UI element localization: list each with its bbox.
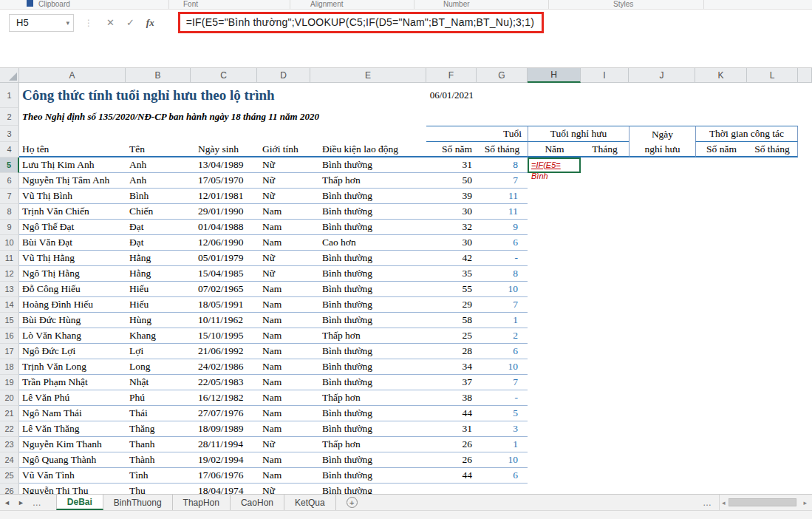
cell-B20[interactable]: Phú xyxy=(126,390,191,406)
cell-D7[interactable]: Nữ xyxy=(257,189,310,204)
cell-K11[interactable] xyxy=(695,251,747,266)
cell-F13[interactable]: 55 xyxy=(426,282,477,297)
cell-H19[interactable] xyxy=(528,375,581,390)
cell-A22[interactable]: Lê Văn Thăng xyxy=(19,421,126,437)
cell-K14[interactable] xyxy=(695,297,747,313)
cell-E16[interactable]: Thấp hơn xyxy=(310,328,426,344)
row-header-7[interactable]: 7 xyxy=(0,189,19,204)
row-header-21[interactable]: 21 xyxy=(0,406,19,421)
group-header-ngay[interactable]: Ngày xyxy=(629,126,695,142)
sheet-tab-debai[interactable]: DeBai xyxy=(56,495,103,510)
cell-I22[interactable] xyxy=(581,421,629,437)
cell-C8[interactable]: 29/01/1990 xyxy=(191,204,257,220)
cell-L8[interactable] xyxy=(747,204,798,220)
header-ho-ten[interactable]: Họ tên xyxy=(19,142,126,157)
cell-C21[interactable]: 27/07/1976 xyxy=(191,406,257,421)
empty-cells[interactable] xyxy=(19,126,426,142)
cell-B16[interactable]: Khang xyxy=(126,328,191,344)
group-header-thoi-gian-cong-tac[interactable]: Thời gian công tác xyxy=(695,126,798,142)
cell-B6[interactable]: Anh xyxy=(126,173,191,189)
cell-L21[interactable] xyxy=(747,406,798,421)
row-header-10[interactable]: 10 xyxy=(0,235,19,251)
cell-A7[interactable]: Vũ Thị Bình xyxy=(19,189,126,204)
cell-E10[interactable]: Cao hơn xyxy=(310,235,426,251)
cell-A6[interactable]: Nguyễn Thị Tâm Anh xyxy=(19,173,126,189)
cell-K10[interactable] xyxy=(695,235,747,251)
cell-B15[interactable]: Hùng xyxy=(126,313,191,328)
cell-K13[interactable] xyxy=(695,282,747,297)
cell-I15[interactable] xyxy=(581,313,629,328)
cell-J15[interactable] xyxy=(629,313,695,328)
formula-input[interactable]: =IF(E5="Bình thường";VLOOKUP(C5;IF(D5="N… xyxy=(160,10,812,35)
cell-J11[interactable] xyxy=(629,251,695,266)
cell-G17[interactable]: 6 xyxy=(477,344,528,359)
cell-D25[interactable]: Nam xyxy=(257,468,310,484)
cell-F6[interactable]: 50 xyxy=(426,173,477,189)
cell-D20[interactable]: Nam xyxy=(257,390,310,406)
cell-D6[interactable]: Nữ xyxy=(257,173,310,189)
row-header-5[interactable]: 5 xyxy=(0,157,19,173)
cell-F9[interactable]: 32 xyxy=(426,220,477,235)
cell-K8[interactable] xyxy=(695,204,747,220)
row-header-15[interactable]: 15 xyxy=(0,313,19,328)
cell-A23[interactable]: Nguyễn Kim Thanh xyxy=(19,437,126,452)
column-header-F[interactable]: F xyxy=(426,68,477,83)
cell-L20[interactable] xyxy=(747,390,798,406)
cell-C11[interactable]: 05/01/1979 xyxy=(191,251,257,266)
cell-K9[interactable] xyxy=(695,220,747,235)
cell-K16[interactable] xyxy=(695,328,747,344)
cell-D13[interactable]: Nam xyxy=(257,282,310,297)
tab-overflow-ellipsis[interactable]: … xyxy=(28,495,46,510)
cell-L7[interactable] xyxy=(747,189,798,204)
cell-A17[interactable]: Ngô Đức Lợi xyxy=(19,344,126,359)
group-header-tuoi-nghi-huu[interactable]: Tuổi nghỉ hưu xyxy=(528,126,629,142)
cell-E13[interactable]: Bình thường xyxy=(310,282,426,297)
cell-E26[interactable]: Bình thường xyxy=(310,484,426,494)
column-header-H[interactable]: H xyxy=(528,68,581,83)
cell-J13[interactable] xyxy=(629,282,695,297)
cell-C24[interactable]: 19/02/1994 xyxy=(191,452,257,468)
cell-F8[interactable]: 30 xyxy=(426,204,477,220)
cell-H23[interactable] xyxy=(528,437,581,452)
cell-J8[interactable] xyxy=(629,204,695,220)
cell-J10[interactable] xyxy=(629,235,695,251)
column-header-A[interactable]: A xyxy=(19,68,126,83)
cell-H18[interactable] xyxy=(528,359,581,375)
enter-icon[interactable]: ✓ xyxy=(126,17,134,28)
cell-E14[interactable]: Bình thường xyxy=(310,297,426,313)
cell-J19[interactable] xyxy=(629,375,695,390)
cell-K21[interactable] xyxy=(695,406,747,421)
cell-H20[interactable] xyxy=(528,390,581,406)
row-header-13[interactable]: 13 xyxy=(0,282,19,297)
row-header-26[interactable]: 26 xyxy=(0,484,19,494)
cell-G26[interactable] xyxy=(477,484,528,494)
formula-bar-expanded[interactable] xyxy=(0,35,812,68)
cell-K23[interactable] xyxy=(695,437,747,452)
cell-K7[interactable] xyxy=(695,189,747,204)
cell-J26[interactable] xyxy=(629,484,695,494)
cell-E15[interactable]: Bình thường xyxy=(310,313,426,328)
name-box-dropdown-icon[interactable]: ▾ xyxy=(66,19,73,27)
cell-C15[interactable]: 10/11/1962 xyxy=(191,313,257,328)
cell-J22[interactable] xyxy=(629,421,695,437)
cell-G19[interactable]: 7 xyxy=(477,375,528,390)
cell-D24[interactable]: Nam xyxy=(257,452,310,468)
cell-E12[interactable]: Bình thường xyxy=(310,266,426,282)
cell-A14[interactable]: Hoàng Đình Hiếu xyxy=(19,297,126,313)
tab-scroll-left-icon[interactable]: ◄ xyxy=(0,495,14,510)
cell-F23[interactable]: 26 xyxy=(426,437,477,452)
column-header-C[interactable]: C xyxy=(191,68,257,83)
cell-G10[interactable]: 6 xyxy=(477,235,528,251)
row-header-1[interactable]: 1 xyxy=(0,83,19,108)
cell-I21[interactable] xyxy=(581,406,629,421)
cell-D15[interactable]: Nam xyxy=(257,313,310,328)
cell-H13[interactable] xyxy=(528,282,581,297)
header-so-nam-2[interactable]: Số năm xyxy=(695,142,747,157)
empty-cells[interactable] xyxy=(528,108,812,126)
new-sheet-button[interactable]: + xyxy=(347,497,358,508)
cell-G16[interactable]: 2 xyxy=(477,328,528,344)
cell-E7[interactable]: Bình thường xyxy=(310,189,426,204)
cell-B25[interactable]: Tình xyxy=(126,468,191,484)
cell-G25[interactable]: 6 xyxy=(477,468,528,484)
cell-A11[interactable]: Vũ Thị Hằng xyxy=(19,251,126,266)
